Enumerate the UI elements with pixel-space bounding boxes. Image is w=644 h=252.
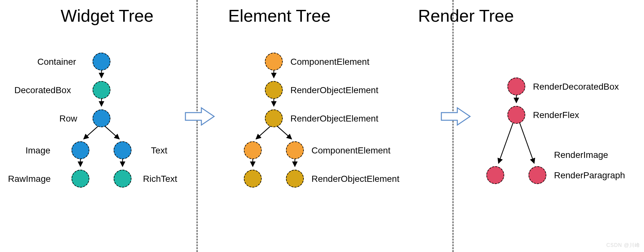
- render-label-decoratedbox: RenderDecoratedBox: [533, 82, 619, 92]
- widget-node-richtext: [114, 170, 131, 188]
- diagram-stage: Widget Tree Element Tree Render Tree Con…: [0, 0, 644, 252]
- widget-label-container: Container: [37, 57, 76, 67]
- svg-line-3: [105, 126, 119, 139]
- render-node-flex: [507, 106, 525, 124]
- svg-line-13: [498, 122, 513, 163]
- watermark: CSDN @川峰: [606, 242, 640, 249]
- element-label-5: RenderObjectElement: [311, 174, 399, 184]
- render-node-paragraph: [528, 166, 546, 184]
- element-node-5: [286, 141, 304, 159]
- render-node-image: [486, 166, 504, 184]
- widget-label-image: Image: [26, 145, 50, 156]
- render-node-decoratedbox: [507, 78, 525, 95]
- element-node-6: [244, 170, 262, 188]
- element-node-1: [265, 53, 283, 70]
- element-node-7: [286, 170, 304, 188]
- element-node-4: [244, 141, 262, 159]
- render-label-image: RenderImage: [554, 150, 608, 160]
- element-label-1: ComponentElement: [290, 57, 369, 67]
- widget-node-decoratedbox: [93, 81, 110, 99]
- widget-node-row: [93, 109, 110, 127]
- widget-label-text: Text: [151, 145, 167, 156]
- element-tree-edges: [211, 0, 453, 252]
- widget-label-row: Row: [59, 114, 77, 124]
- element-label-4: ComponentElement: [311, 145, 390, 156]
- render-tree-edges: [466, 0, 644, 252]
- widget-label-rawimage: RawImage: [8, 174, 51, 184]
- widget-label-decoratedbox: DecoratedBox: [14, 85, 71, 95]
- element-label-2: RenderObjectElement: [290, 85, 378, 95]
- widget-label-richtext: RichText: [143, 174, 177, 184]
- widget-node-container: [93, 53, 110, 70]
- element-node-3: [265, 109, 283, 127]
- svg-line-9: [277, 126, 292, 139]
- svg-line-2: [84, 126, 98, 139]
- widget-node-image: [71, 141, 89, 159]
- svg-line-8: [256, 126, 271, 139]
- widget-node-text: [114, 141, 131, 159]
- widget-node-rawimage: [71, 170, 89, 188]
- element-node-2: [265, 81, 283, 99]
- svg-line-14: [520, 122, 534, 163]
- render-label-flex: RenderFlex: [533, 110, 579, 120]
- element-label-3: RenderObjectElement: [290, 114, 378, 124]
- render-label-paragraph: RenderParagraph: [554, 170, 625, 181]
